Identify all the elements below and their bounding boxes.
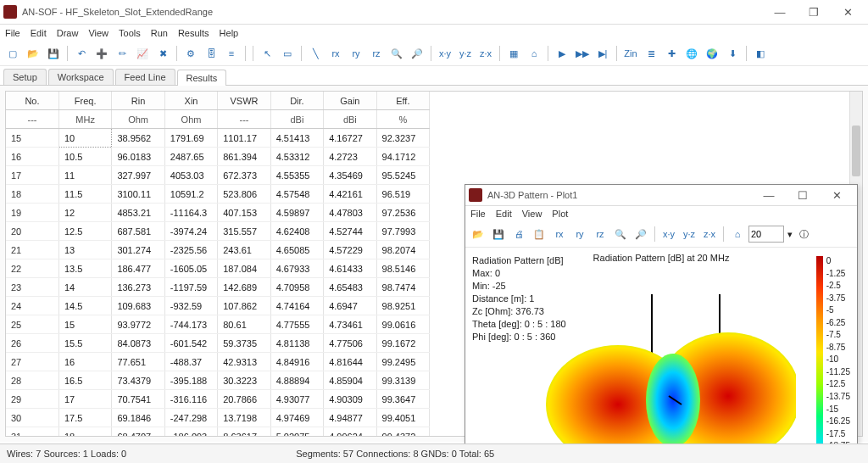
- tab-feed-line[interactable]: Feed Line: [115, 69, 175, 85]
- tb-back-button[interactable]: ↶: [72, 44, 91, 63]
- menu-run-menu[interactable]: Run: [151, 28, 168, 38]
- cell[interactable]: 4.77555: [270, 315, 323, 334]
- tb-bars-button[interactable]: ≣: [642, 44, 660, 63]
- cell[interactable]: 12.5: [58, 222, 111, 241]
- cell[interactable]: 99.4051: [376, 409, 429, 427]
- cell[interactable]: 68.4707: [112, 427, 164, 438]
- menu-file-menu[interactable]: File: [5, 28, 20, 38]
- cell[interactable]: 187.084: [218, 259, 270, 278]
- menu-help-menu[interactable]: Help: [220, 28, 239, 38]
- cell[interactable]: 4.42161: [324, 185, 376, 204]
- tb-play-end-button[interactable]: ▶|: [593, 44, 612, 63]
- cell[interactable]: 38.9562: [112, 129, 164, 148]
- table-row[interactable]: 2414.5109.683-932.59107.8624.741644.6947…: [6, 297, 430, 315]
- cell[interactable]: 16: [6, 148, 58, 166]
- tb-play-button[interactable]: ▶: [553, 44, 571, 63]
- cell[interactable]: -744.173: [164, 315, 217, 334]
- cell[interactable]: -601.542: [164, 334, 217, 353]
- cell[interactable]: 98.7474: [376, 278, 429, 297]
- plot-minimize-button[interactable]: —: [752, 186, 786, 204]
- cell[interactable]: 10: [58, 129, 111, 148]
- tb-globe-blue-button[interactable]: 🌐: [682, 44, 701, 63]
- tab-results[interactable]: Results: [177, 70, 227, 86]
- tab-setup[interactable]: Setup: [3, 69, 47, 85]
- cell[interactable]: 42.9313: [218, 353, 270, 371]
- col-header[interactable]: Eff.: [376, 92, 429, 110]
- tb-save-button[interactable]: 💾: [44, 44, 63, 63]
- cell[interactable]: 861.394: [218, 148, 270, 166]
- cell[interactable]: -488.37: [164, 353, 217, 371]
- cell[interactable]: 186.477: [112, 259, 164, 278]
- cell[interactable]: 4.61433: [324, 259, 376, 278]
- cell[interactable]: 4053.03: [164, 166, 217, 185]
- cell[interactable]: 99.1672: [376, 334, 429, 353]
- table-row[interactable]: 251593.9772-744.17380.614.775554.7346199…: [6, 315, 430, 334]
- pt-zx-button[interactable]: z·x: [700, 225, 719, 243]
- col-header[interactable]: Rin: [112, 92, 164, 110]
- tb-open-button[interactable]: 📂: [24, 44, 42, 63]
- col-header[interactable]: No.: [6, 92, 58, 110]
- plot-menu-file-menu[interactable]: File: [470, 209, 486, 219]
- close-button[interactable]: ✕: [831, 3, 865, 21]
- cell[interactable]: 15: [6, 129, 58, 148]
- cell[interactable]: 99.4372: [376, 427, 429, 438]
- col-header[interactable]: VSWR: [218, 92, 270, 110]
- tb-new-button[interactable]: ▢: [3, 44, 22, 63]
- cell[interactable]: 4.57548: [270, 185, 323, 204]
- pt-rx-button[interactable]: rx: [550, 225, 569, 243]
- cell[interactable]: 4.53312: [270, 148, 323, 166]
- table-row[interactable]: 1811.53100.1110591.2523.8064.575484.4216…: [6, 185, 430, 204]
- cell[interactable]: 17: [58, 390, 111, 409]
- cell[interactable]: 4.81138: [270, 334, 323, 353]
- cell[interactable]: 17: [6, 166, 58, 185]
- cell[interactable]: 4.52744: [324, 222, 376, 241]
- radiation-pattern-3d[interactable]: [542, 294, 796, 463]
- cell[interactable]: 4.16727: [324, 129, 376, 148]
- cell[interactable]: 4.47803: [324, 204, 376, 222]
- cell[interactable]: 14: [58, 278, 111, 297]
- cell[interactable]: 4.73461: [324, 315, 376, 334]
- pt-copy-button[interactable]: 📋: [530, 225, 548, 243]
- cell[interactable]: -316.116: [164, 390, 217, 409]
- cell[interactable]: -932.59: [164, 297, 217, 315]
- tb-play-fwd-button[interactable]: ▶▶: [573, 44, 592, 63]
- cell[interactable]: 84.0873: [112, 334, 164, 353]
- cell[interactable]: 98.2074: [376, 241, 429, 259]
- table-row[interactable]: 3017.569.1846-247.29813.71984.974694.948…: [6, 409, 430, 427]
- cell[interactable]: 4.81644: [324, 353, 376, 371]
- pt-print-button[interactable]: 🖨: [509, 225, 528, 243]
- table-row[interactable]: 19124853.21-11164.3407.1534.598974.47803…: [6, 204, 430, 222]
- cell[interactable]: 4.51413: [270, 129, 323, 148]
- cell[interactable]: -395.188: [164, 371, 217, 390]
- cell[interactable]: 4.59897: [270, 204, 323, 222]
- cell[interactable]: 23: [6, 278, 58, 297]
- cell[interactable]: 95.5245: [376, 166, 429, 185]
- cell[interactable]: 4.65483: [324, 278, 376, 297]
- tb-zin-button[interactable]: Zin: [621, 44, 640, 63]
- cell[interactable]: 27: [6, 353, 58, 371]
- cell[interactable]: 99.0616: [376, 315, 429, 334]
- cell[interactable]: 11.5: [58, 185, 111, 204]
- cell[interactable]: -2325.56: [164, 241, 217, 259]
- tb-grid-button[interactable]: ▦: [504, 44, 523, 63]
- tb-zoom-in-button[interactable]: 🔍: [387, 44, 406, 63]
- cell[interactable]: 4.35469: [324, 166, 376, 185]
- cell[interactable]: 1101.17: [218, 129, 270, 148]
- cell[interactable]: 301.274: [112, 241, 164, 259]
- tb-select-button[interactable]: ▭: [278, 44, 297, 63]
- pt-xy-button[interactable]: x·y: [659, 225, 678, 243]
- plot-area[interactable]: Radiation Pattern [dB] at 20 MHz Radiati…: [465, 248, 857, 463]
- tb-down-tray-button[interactable]: ⬇: [723, 44, 742, 63]
- tb-stack-button[interactable]: ≡: [222, 44, 241, 63]
- table-row[interactable]: 2816.573.4379-395.18830.32234.888944.859…: [6, 371, 430, 390]
- cell[interactable]: 8.63617: [218, 427, 270, 438]
- spinner-dropdown-icon[interactable]: ▾: [787, 229, 793, 240]
- plot-close-button[interactable]: ✕: [820, 186, 854, 204]
- plot-window[interactable]: AN-3D Pattern - Plot1 — ☐ ✕ FileEditView…: [465, 184, 858, 463]
- cell[interactable]: 16.5: [58, 371, 111, 390]
- plot-menu-edit-menu[interactable]: Edit: [496, 209, 512, 219]
- cell[interactable]: 98.5146: [376, 259, 429, 278]
- cell[interactable]: 107.862: [218, 297, 270, 315]
- tb-add-button[interactable]: ➕: [92, 44, 111, 63]
- cell[interactable]: 4.97469: [270, 409, 323, 427]
